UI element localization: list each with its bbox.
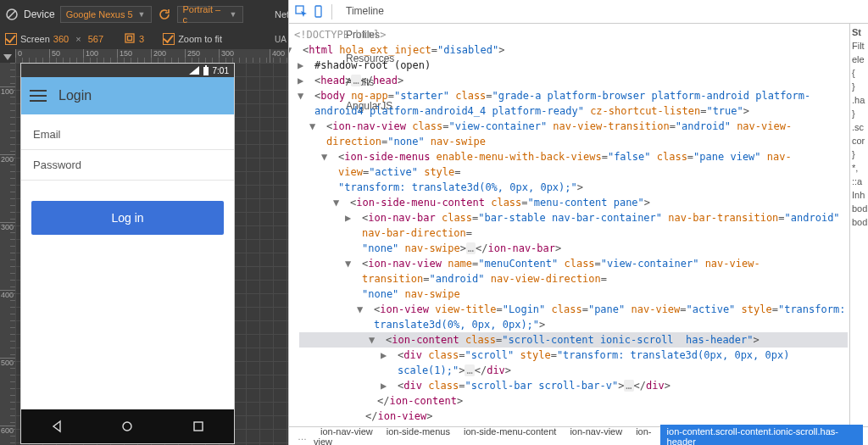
- dpr-icon[interactable]: [124, 32, 136, 46]
- email-label: Email: [33, 128, 61, 141]
- ruler-horizontal: 050100150200250300400: [15, 49, 288, 63]
- email-field[interactable]: Email: [21, 120, 234, 150]
- page-title: Login: [58, 88, 92, 103]
- ua-label-stub: UA: [273, 29, 288, 49]
- dom-line[interactable]: ▼<ion-content class="scroll-content ioni…: [299, 332, 848, 348]
- svg-rect-2: [125, 34, 134, 42]
- breadcrumb: … ion-nav-viewion-side-menusion-side-men…: [289, 426, 868, 445]
- ruler-vertical: 100200300400500600: [0, 63, 15, 445]
- ruler-tick: 0: [15, 49, 22, 63]
- orientation-select[interactable]: Portrait – c▼: [177, 6, 243, 23]
- styles-header: St: [852, 27, 866, 37]
- ruler-tick: 200: [0, 154, 15, 164]
- screen-label: Screen: [20, 34, 50, 44]
- elements-tree[interactable]: <!DOCTYPE html>▼<html hola_ext_inject="d…: [289, 24, 849, 426]
- styles-line: ::a: [852, 176, 866, 186]
- svg-point-6: [123, 422, 131, 431]
- home-icon[interactable]: [119, 418, 136, 435]
- svg-rect-7: [194, 422, 203, 431]
- breadcrumb-ellipsis[interactable]: …: [294, 431, 310, 442]
- back-icon[interactable]: [48, 418, 65, 435]
- styles-line: *,: [852, 163, 866, 173]
- inspect-icon[interactable]: [294, 5, 308, 19]
- password-field[interactable]: Password: [21, 150, 234, 181]
- ruler-tick: 600: [0, 426, 15, 435]
- dom-line[interactable]: ▶<head>…</head>: [299, 73, 848, 88]
- dom-line[interactable]: </ion-content>: [299, 393, 848, 409]
- devtools-tabs: ElementsConsoleSourcesNetworkTimelinePro…: [289, 0, 868, 24]
- dom-line[interactable]: ▶<div class="scroll" style="transform: t…: [299, 348, 848, 378]
- ruler-tick: 400: [0, 290, 15, 299]
- dom-line[interactable]: ▼<body ng-app="starter" class="grade-a p…: [299, 88, 848, 119]
- screen-width[interactable]: 360: [53, 34, 69, 44]
- svg-line-1: [8, 11, 15, 18]
- dom-line[interactable]: ▼<html hola_ext_inject="disabled">: [299, 42, 848, 58]
- status-bar: 7:01: [21, 64, 234, 77]
- styles-line: cor: [852, 136, 866, 146]
- styles-line: }: [852, 108, 866, 119]
- dom-line[interactable]: ▼<ion-nav-view class="view-container" na…: [299, 119, 848, 149]
- dom-line[interactable]: <!DOCTYPE html>: [299, 27, 848, 42]
- triangle-icon[interactable]: [3, 54, 12, 60]
- device-select[interactable]: Google Nexus 5▼: [60, 6, 152, 23]
- zoom-label: Zoom to fit: [178, 34, 222, 44]
- styles-line: .sc: [852, 122, 866, 132]
- dom-line[interactable]: </ion-view>: [299, 409, 848, 424]
- login-button[interactable]: Log in: [31, 201, 224, 235]
- dom-line[interactable]: ▼<ion-view view-title="Login" class="pan…: [299, 302, 848, 332]
- screen-toolbar: Screen 360 × 567 3 Zoom to fit: [0, 29, 288, 49]
- login-form: Email Password Log in: [21, 114, 234, 409]
- device-select-value: Google Nexus 5: [66, 9, 133, 19]
- password-label: Password: [33, 159, 81, 171]
- dom-line[interactable]: ▼<ion-side-menus enable-menu-with-back-v…: [299, 149, 848, 195]
- dom-line[interactable]: ▼<ion-nav-view name="menuContent" class=…: [299, 256, 848, 302]
- no-entry-icon[interactable]: [5, 8, 19, 21]
- signal-icon: [189, 66, 199, 75]
- device-mode-icon[interactable]: [311, 5, 325, 19]
- ruler-tick: 300: [0, 222, 15, 231]
- times-icon: ×: [75, 34, 81, 44]
- ruler-tick: 500: [0, 358, 15, 367]
- devtools-panel: ElementsConsoleSourcesNetworkTimelinePro…: [288, 0, 868, 445]
- device-frame: 7:01 Login Email Password Log in: [20, 63, 235, 444]
- ruler-tick: 50: [49, 49, 60, 63]
- caret-down-icon: ▼: [138, 10, 146, 19]
- zoom-checkbox[interactable]: [163, 33, 175, 45]
- dom-line[interactable]: </ion-nav-view>: [299, 424, 848, 426]
- styles-panel[interactable]: StFiltele{}.ha}.sccor}*,::aInhbodbod: [849, 24, 868, 426]
- svg-rect-4: [203, 67, 209, 75]
- styles-line: Inh: [852, 190, 866, 200]
- ruler-tick: 400: [270, 49, 285, 63]
- battery-icon: [203, 65, 209, 75]
- refresh-icon[interactable]: [157, 8, 172, 21]
- dom-line[interactable]: ▶#shadow-root (open): [299, 58, 848, 73]
- hamburger-icon[interactable]: [30, 90, 47, 102]
- screen-checkbox[interactable]: [5, 33, 17, 45]
- svg-rect-3: [128, 36, 132, 41]
- devtools-tab-timeline[interactable]: Timeline: [339, 0, 401, 23]
- device-label: Device: [24, 8, 55, 20]
- svg-rect-5: [205, 65, 207, 67]
- dom-line[interactable]: ▶<div class="scroll-bar scroll-bar-v">…<…: [299, 378, 848, 393]
- recent-icon[interactable]: [190, 418, 207, 435]
- breadcrumb-item-active[interactable]: ion-content.scroll-content.ionic-scroll.…: [660, 425, 863, 446]
- ruler-tick: 100: [0, 86, 15, 96]
- svg-rect-9: [315, 6, 321, 17]
- dom-line[interactable]: ▶<ion-nav-bar class="bar-stable nav-bar-…: [299, 210, 848, 256]
- separator: [331, 4, 332, 19]
- styles-line: .ha: [852, 95, 866, 105]
- app-header: Login: [21, 77, 234, 114]
- styles-line: bod: [852, 217, 866, 227]
- caret-down-icon: ▼: [230, 10, 237, 19]
- dom-line[interactable]: ▼<ion-side-menu-content class="menu-cont…: [299, 195, 848, 210]
- dpr-value[interactable]: 3: [139, 34, 144, 44]
- android-navbar: [21, 409, 234, 443]
- styles-line: }: [852, 149, 866, 159]
- devtools-body: <!DOCTYPE html>▼<html hola_ext_inject="d…: [289, 24, 868, 426]
- screen-height[interactable]: 567: [88, 34, 103, 44]
- network-tab-stub[interactable]: Net: [273, 0, 288, 29]
- orientation-select-value: Portrait – c: [183, 4, 225, 25]
- styles-line: ele: [852, 54, 866, 64]
- styles-line: Filt: [852, 41, 866, 51]
- clock-text: 7:01: [213, 66, 229, 75]
